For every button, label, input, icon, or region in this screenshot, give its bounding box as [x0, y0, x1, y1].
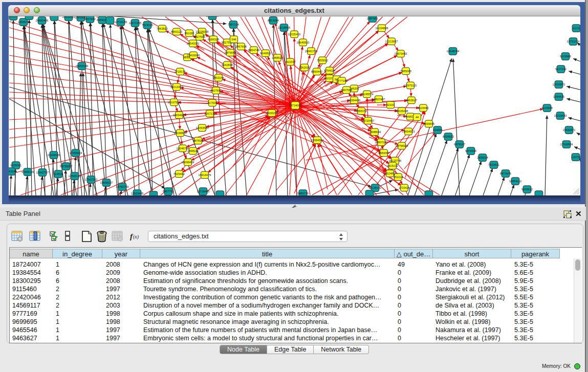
- svg-text:2718176: 2718176: [175, 70, 186, 73]
- svg-text:19756928: 19756928: [396, 144, 408, 147]
- svg-text:16120746: 16120746: [389, 159, 402, 162]
- svg-text:11131: 11131: [573, 27, 580, 30]
- svg-text:44: 44: [416, 116, 419, 119]
- svg-text:2935114: 2935114: [477, 156, 488, 159]
- svg-text:16245574: 16245574: [361, 93, 374, 96]
- svg-text:2387682: 2387682: [367, 17, 378, 20]
- svg-text:19958107: 19958107: [100, 181, 113, 184]
- svg-text:10210643: 10210643: [554, 114, 567, 117]
- svg-text:116753: 116753: [571, 156, 580, 159]
- svg-text:23226058: 23226058: [196, 30, 209, 33]
- svg-text:10807487: 10807487: [373, 98, 385, 101]
- svg-text:18724007: 18724007: [289, 104, 302, 107]
- svg-text:7663822: 7663822: [157, 27, 168, 30]
- svg-text:16099459: 16099459: [182, 161, 194, 164]
- svg-text:1244415: 1244415: [553, 95, 564, 98]
- svg-text:8938923: 8938923: [443, 135, 454, 138]
- svg-text:10671355: 10671355: [129, 21, 142, 25]
- svg-text:13716485: 13716485: [197, 190, 210, 193]
- svg-text:20206556: 20206556: [48, 154, 60, 157]
- svg-text:12942757: 12942757: [36, 171, 49, 174]
- svg-text:19654985: 19654985: [173, 114, 186, 117]
- svg-text:6794024: 6794024: [324, 69, 335, 72]
- svg-text:9463627: 9463627: [406, 99, 417, 102]
- svg-text:17016504: 17016504: [560, 143, 573, 146]
- svg-text:8471676: 8471676: [500, 172, 511, 175]
- svg-text:2886372: 2886372: [356, 110, 367, 113]
- svg-text:10654112: 10654112: [509, 180, 521, 183]
- svg-text:17359924: 17359924: [70, 151, 82, 155]
- svg-text:1498222: 1498222: [187, 149, 199, 152]
- svg-text:15692971: 15692971: [563, 128, 576, 132]
- svg-text:16640910: 16640910: [297, 41, 310, 44]
- svg-text:9245612: 9245612: [521, 188, 533, 191]
- svg-text:1405571: 1405571: [18, 20, 29, 24]
- svg-text:252214: 252214: [394, 176, 403, 179]
- svg-text:7357224: 7357224: [228, 23, 239, 26]
- svg-text:9129966: 9129966: [560, 55, 571, 58]
- svg-text:10688609: 10688609: [368, 130, 381, 134]
- svg-text:9227342: 9227342: [555, 68, 567, 71]
- svg-text:8990443: 8990443: [311, 70, 322, 73]
- svg-text:19654923: 19654923: [402, 130, 415, 133]
- svg-text:12213957: 12213957: [385, 40, 398, 43]
- svg-text:10719155: 10719155: [115, 20, 127, 24]
- svg-text:17957253: 17957253: [85, 178, 98, 181]
- svg-text:15720407: 15720407: [362, 119, 375, 122]
- svg-text:546: 546: [231, 38, 236, 41]
- svg-text:19218506: 19218506: [278, 26, 291, 29]
- svg-text:1362615: 1362615: [299, 66, 310, 69]
- svg-text:8186328: 8186328: [208, 38, 219, 41]
- svg-text:7485063: 7485063: [400, 70, 411, 73]
- svg-text:1615132: 1615132: [387, 164, 398, 167]
- svg-text:13751074: 13751074: [567, 40, 580, 43]
- svg-text:16154808: 16154808: [376, 27, 388, 30]
- svg-text:1527602: 1527602: [84, 17, 96, 20]
- svg-text:11325419: 11325419: [288, 33, 300, 36]
- svg-text:7955812: 7955812: [317, 59, 328, 62]
- svg-text:3215958: 3215958: [541, 106, 553, 110]
- svg-text:16033809: 16033809: [206, 16, 219, 17]
- svg-text:11568129: 11568129: [21, 170, 34, 173]
- svg-text:9457791: 9457791: [163, 190, 174, 193]
- svg-text:23420046: 23420046: [187, 54, 200, 57]
- svg-text:9115460: 9115460: [418, 106, 428, 110]
- svg-text:16961758: 16961758: [305, 50, 318, 53]
- svg-text:1588520: 1588520: [272, 56, 283, 59]
- svg-text:39755857: 39755857: [60, 165, 73, 168]
- svg-text:164095: 164095: [433, 128, 443, 132]
- svg-text:18300295: 18300295: [266, 112, 278, 115]
- svg-text:39154: 39154: [9, 170, 15, 173]
- svg-text:20691406: 20691406: [36, 19, 49, 22]
- svg-text:6497568: 6497568: [341, 89, 352, 92]
- svg-text:9242848: 9242848: [222, 63, 233, 67]
- svg-text:12505135: 12505135: [69, 174, 81, 178]
- svg-text:10973493: 10973493: [395, 52, 407, 55]
- svg-text:10025438: 10025438: [396, 110, 408, 113]
- svg-text:(x): (x): [133, 234, 139, 240]
- svg-text:18807249: 18807249: [375, 141, 388, 144]
- svg-text:10648784: 10648784: [447, 50, 460, 53]
- svg-text:8813054: 8813054: [268, 19, 279, 22]
- svg-text:9777169: 9777169: [336, 79, 347, 82]
- svg-text:9827505: 9827505: [194, 35, 205, 38]
- svg-text:417006: 417006: [208, 101, 217, 104]
- svg-text:7632621: 7632621: [488, 163, 499, 166]
- svg-text:9684067: 9684067: [378, 151, 389, 155]
- svg-text:114519: 114519: [54, 172, 63, 176]
- svg-text:20364436: 20364436: [348, 99, 361, 102]
- svg-text:62100: 62100: [386, 103, 395, 106]
- svg-text:12093872: 12093872: [553, 83, 565, 86]
- svg-text:5875685: 5875685: [225, 51, 236, 54]
- svg-text:8660123: 8660123: [171, 30, 182, 33]
- svg-text:16782759: 16782759: [116, 185, 129, 188]
- svg-text:8427552: 8427552: [210, 89, 222, 92]
- svg-text:16543382: 16543382: [187, 42, 200, 45]
- svg-text:9146821: 9146821: [260, 52, 271, 55]
- svg-text:8454749: 8454749: [248, 49, 259, 52]
- svg-text:8699695: 8699695: [423, 122, 434, 125]
- svg-text:3485779: 3485779: [297, 192, 309, 195]
- svg-text:10107552: 10107552: [168, 101, 181, 104]
- svg-text:2803144: 2803144: [213, 76, 224, 79]
- svg-text:891295: 891295: [185, 32, 194, 35]
